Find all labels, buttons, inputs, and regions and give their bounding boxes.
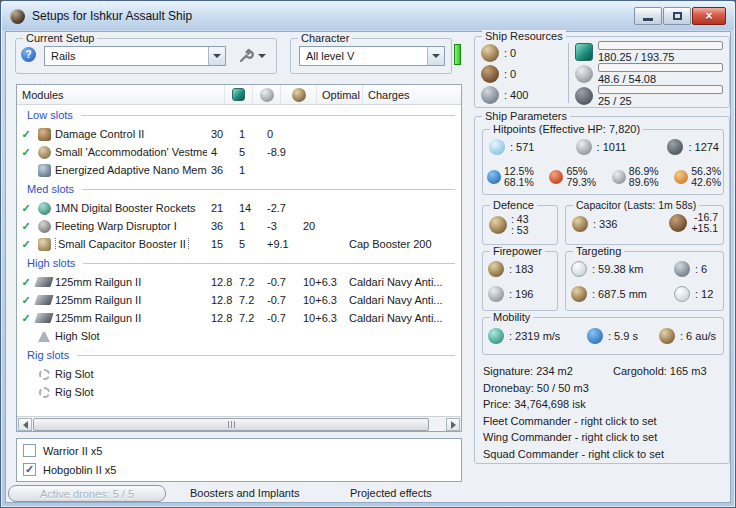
scan-resolution-icon (571, 286, 587, 302)
selected-module-name: Small Capacitor Booster II (55, 238, 189, 250)
railgun-icon (34, 277, 53, 287)
minimize-button[interactable] (634, 7, 662, 25)
max-targets-icon (674, 261, 690, 277)
calibration-value: : 400 (504, 89, 528, 101)
em-resist-icon (487, 170, 501, 184)
module-active-check-icon: ✓ (17, 128, 35, 141)
setup-select-arrow[interactable] (208, 47, 225, 65)
tab-active-drones[interactable]: Active drones: 5 / 5 (8, 485, 166, 502)
firepower-dps: : 183 (509, 263, 533, 275)
slot-section-rule (81, 115, 455, 116)
max-velocity: : 2319 m/s (509, 330, 560, 342)
chevron-down-icon (258, 54, 266, 58)
close-icon: × (705, 9, 712, 23)
horizontal-scrollbar[interactable] (17, 416, 461, 431)
em-resist-armor: 68.1% (504, 177, 534, 188)
drone-checkbox[interactable] (23, 444, 36, 457)
module-cap-use: -0.7 (263, 294, 299, 306)
railgun-icon (34, 313, 53, 323)
fleet-commander-info[interactable]: Fleet Commander - right click to set (483, 413, 725, 430)
scrollbar-thumb[interactable] (33, 418, 429, 431)
scroll-right-button[interactable] (446, 418, 460, 431)
squad-commander-info[interactable]: Squad Commander - right click to set (483, 446, 725, 463)
module-list-header[interactable]: Modules Optimal Charges (17, 85, 461, 105)
module-active-check-icon: ✓ (17, 294, 35, 307)
chevron-down-icon (432, 54, 440, 58)
module-row[interactable]: ✓1MN Digital Booster Rockets2114-2.7 (17, 199, 461, 217)
column-modules[interactable]: Modules (17, 85, 225, 104)
tab-projected-effects[interactable]: Projected effects (350, 487, 432, 499)
setup-tools-button[interactable] (232, 46, 272, 66)
capacitor-recharge-icon (669, 214, 687, 232)
volley-icon (488, 286, 504, 302)
drone-row[interactable]: Warrior II x5 (17, 441, 461, 460)
slot-section-label: High slots (27, 257, 75, 269)
module-row[interactable]: Energized Adaptive Nano Membr...361 (17, 161, 461, 179)
column-cpu[interactable] (225, 85, 253, 104)
slot-section-header: Low slots (17, 105, 461, 125)
module-optimal: 10+6.3 (299, 312, 345, 324)
wing-commander-info[interactable]: Wing Commander - right click to set (483, 429, 725, 446)
column-charges[interactable]: Charges (363, 85, 461, 104)
module-row[interactable]: ✓Damage Control II3010 (17, 125, 461, 143)
capacitor-amount: : 336 (593, 218, 617, 230)
thumb-grip (228, 421, 229, 428)
module-cpu: 12.8 (207, 312, 235, 324)
damage-control-icon (38, 128, 51, 141)
column-capacitor[interactable] (281, 85, 317, 104)
character-group: Character All level V (290, 38, 452, 74)
module-name: Small 'Accommodation' Vestment... (53, 146, 207, 158)
titlebar[interactable]: Setups for Ishkur Assault Ship × (2, 2, 734, 30)
armor-repairer-icon (38, 146, 51, 159)
module-row[interactable]: ✓125mm Railgun II12.87.2-0.710+6.3Caldar… (17, 273, 461, 291)
maximize-button[interactable] (663, 7, 691, 25)
module-optimal: 10+6.3 (299, 294, 345, 306)
module-name: Damage Control II (53, 128, 207, 140)
targeting-group: Targeting : 59.38 km : 6 : 687.5 mm : 12 (565, 251, 724, 311)
module-row[interactable]: Rig Slot (17, 365, 461, 383)
drone-checkbox[interactable]: ✓ (23, 463, 36, 476)
signature-info: Signature: 234 m2 (483, 363, 613, 380)
module-name: Fleeting Warp Disruptor I (53, 220, 207, 232)
setup-select[interactable]: Rails (44, 46, 226, 66)
defence-value-bottom: : 53 (511, 225, 529, 236)
column-powergrid[interactable] (253, 85, 281, 104)
module-rows: Low slots✓Damage Control II3010✓Small 'A… (17, 105, 461, 416)
drone-row[interactable]: ✓Hobgoblin II x5 (17, 460, 461, 479)
module-row[interactable]: Rig Slot (17, 383, 461, 401)
module-active-check-icon: ✓ (17, 238, 35, 251)
targeting-range-icon (571, 261, 587, 277)
module-powergrid: 1 (235, 128, 263, 140)
turret-hardpoints-icon (481, 44, 499, 62)
module-row[interactable]: ✓Small 'Accommodation' Vestment...45-8.9 (17, 143, 461, 161)
cargohold-info: Cargohold: 165 m3 (613, 363, 707, 380)
scan-resolution: : 687.5 mm (592, 288, 647, 300)
module-row[interactable]: ✓Fleeting Warp Disruptor I361-320 (17, 217, 461, 235)
scroll-left-button[interactable] (18, 418, 32, 431)
module-name: 125mm Railgun II (53, 276, 207, 288)
character-select[interactable]: All level V (299, 46, 445, 66)
help-icon[interactable]: ? (21, 47, 36, 62)
module-active-check-icon: ✓ (17, 220, 35, 233)
launcher-hardpoints-icon (481, 65, 499, 83)
column-optimal[interactable]: Optimal (317, 85, 363, 104)
module-optimal: 20 (299, 220, 345, 232)
module-cpu: 4 (207, 146, 235, 158)
powergrid-icon (260, 88, 274, 102)
shield-icon (489, 139, 505, 155)
module-row[interactable]: High Slot (17, 327, 461, 345)
module-row[interactable]: ✓125mm Railgun II12.87.2-0.710+6.3Caldar… (17, 309, 461, 327)
tab-boosters-implants[interactable]: Boosters and Implants (190, 487, 299, 499)
eft-window: Setups for Ishkur Assault Ship × Current… (0, 0, 736, 508)
nano-membrane-icon (38, 164, 51, 177)
module-powergrid: 5 (235, 146, 263, 158)
module-row[interactable]: ✓125mm Railgun II12.87.2-0.710+6.3Caldar… (17, 291, 461, 309)
module-row[interactable]: ✓Small Capacitor Booster II155+9.1Cap Bo… (17, 235, 461, 253)
calibration-icon (481, 86, 499, 104)
max-targets: : 6 (695, 263, 707, 275)
ship-resources-label: Ship Resources (482, 30, 566, 42)
character-select-arrow[interactable] (427, 47, 444, 65)
close-button[interactable]: × (692, 7, 726, 25)
warp-speed: : 6 au/s (680, 330, 716, 342)
cpu-bar (598, 41, 723, 50)
